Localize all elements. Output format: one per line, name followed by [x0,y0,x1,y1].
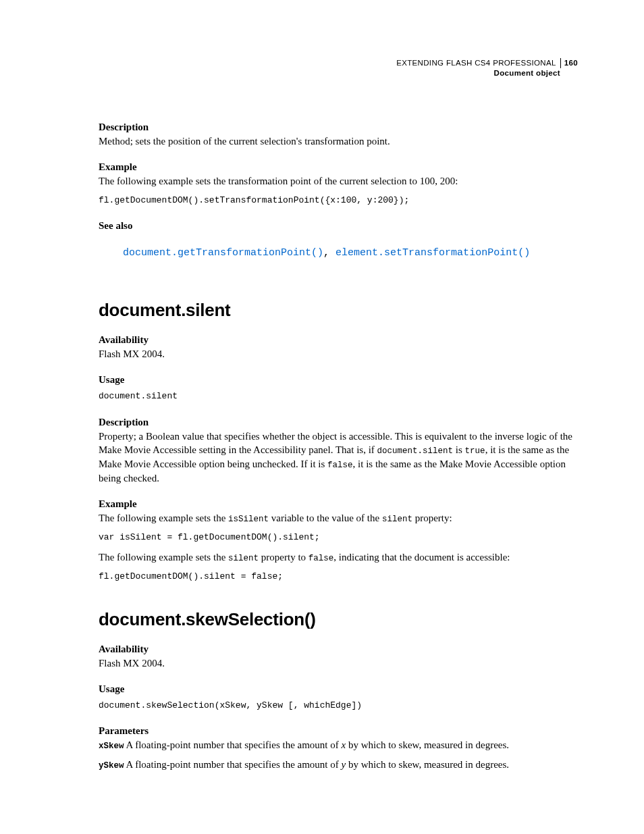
parameters-label: Parameters [99,725,578,737]
param-name: ySkew [99,761,124,771]
inline-code: true [465,446,485,456]
usage-label: Usage [99,683,578,695]
inline-code: false [327,461,353,470]
inline-code: false [308,554,334,563]
example-label: Example [99,161,578,173]
param-name: xSkew [99,741,124,751]
example-body: The following example sets the isSilent … [99,511,578,525]
usage-label: Usage [99,374,578,386]
see-also-link[interactable]: element.setTransformationPoint() [336,247,530,259]
running-header: EXTENDING FLASH CS4 PROFESSIONAL 160 Doc… [396,58,578,78]
availability-body: Flash MX 2004. [99,656,578,670]
inline-code: silent [228,554,259,563]
availability-label: Availability [99,644,578,655]
inline-code: document.silent [377,446,454,456]
inline-code: silent [382,515,412,524]
example-code: fl.getDocumentDOM().silent = false; [99,570,578,583]
section-heading-silent: document.silent [99,300,578,321]
description-body: Method; sets the position of the current… [99,134,578,148]
example-body: The following example sets the silent pr… [99,550,578,565]
book-title: EXTENDING FLASH CS4 PROFESSIONAL [396,59,556,67]
usage-code: document.skewSelection(xSkew, ySkew [, w… [99,699,578,712]
description-label: Description [99,122,578,133]
see-also-sep: , [323,247,336,259]
see-also-label: See also [99,220,578,232]
description-label: Description [99,417,578,428]
description-body: Property; a Boolean value that specifies… [99,429,578,485]
page-number: 160 [561,59,578,67]
parameter-row: ySkew A floating-point number that speci… [99,758,578,772]
usage-code: document.silent [99,390,578,403]
page-content: Description Method; sets the position of… [99,58,578,772]
availability-body: Flash MX 2004. [99,347,578,361]
section-heading-skew: document.skewSelection() [99,609,578,630]
header-section: Document object [396,68,578,78]
example-label: Example [99,498,578,510]
example-code: var isSilent = fl.getDocumentDOM().silen… [99,531,578,544]
parameter-row: xSkew A floating-point number that speci… [99,738,578,752]
availability-label: Availability [99,334,578,346]
see-also-link[interactable]: document.getTransformationPoint() [123,247,323,259]
inline-code: isSilent [228,515,269,524]
example-code: fl.getDocumentDOM().setTransformationPoi… [99,194,578,207]
example-body: The following example sets the transform… [99,174,578,188]
